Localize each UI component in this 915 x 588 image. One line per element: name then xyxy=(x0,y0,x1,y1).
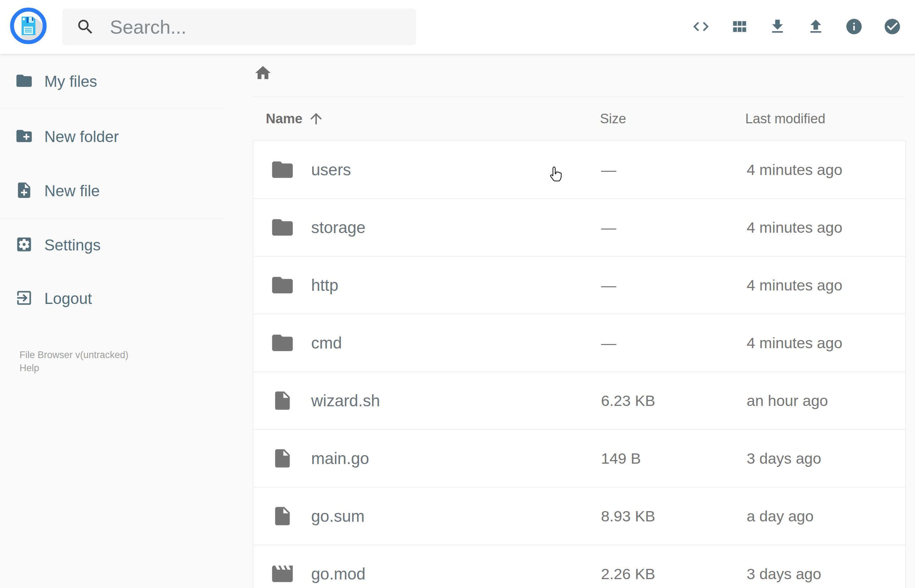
download-icon xyxy=(768,17,787,36)
file-size: 6.23 KB xyxy=(601,392,655,409)
file-list: users — 4 minutes ago storage — 4 minute… xyxy=(253,141,906,588)
sort-ascending-arrow-icon[interactable] xyxy=(307,110,325,127)
folder-icon xyxy=(15,71,33,91)
file-icon xyxy=(272,389,293,412)
upload-button[interactable] xyxy=(807,17,825,36)
sidebar-item-label: New file xyxy=(44,182,100,200)
file-modified: a day ago xyxy=(747,507,814,525)
column-header-size[interactable]: Size xyxy=(600,111,626,126)
shell-button[interactable] xyxy=(692,17,710,36)
code-icon xyxy=(692,17,710,36)
column-header-name[interactable]: Name xyxy=(266,111,302,126)
app-version-text: File Browser v(untracked) xyxy=(19,349,129,362)
search-placeholder: Search... xyxy=(110,16,186,38)
grid-view-icon xyxy=(730,17,748,36)
file-list-row[interactable]: main.go 149 B 3 days ago xyxy=(253,430,905,488)
file-modified: 4 minutes ago xyxy=(747,334,842,352)
sidebar-item-label: Settings xyxy=(44,236,101,254)
file-name: users xyxy=(311,160,351,179)
sidebar-item-settings[interactable]: Settings xyxy=(15,228,101,262)
info-icon xyxy=(845,17,863,36)
logout-icon xyxy=(15,289,33,309)
file-list-row[interactable]: users — 4 minutes ago xyxy=(253,141,905,199)
switch-view-button[interactable] xyxy=(730,17,748,36)
file-plus-icon xyxy=(15,181,33,201)
sidebar: My files New folder New file Settings Lo… xyxy=(0,54,225,588)
help-link[interactable]: Help xyxy=(19,362,129,375)
floppy-disk-logo-icon xyxy=(10,39,47,45)
info-button[interactable] xyxy=(845,17,863,36)
check-circle-icon xyxy=(883,17,902,36)
file-size: 149 B xyxy=(601,450,641,467)
sidebar-footer: File Browser v(untracked) Help xyxy=(19,349,129,375)
folder-icon xyxy=(270,215,295,240)
folder-icon xyxy=(270,157,295,182)
file-type-icon xyxy=(270,561,295,586)
file-name: go.sum xyxy=(311,507,365,526)
sidebar-item-my-files[interactable]: My files xyxy=(15,65,97,99)
gear-icon xyxy=(15,235,33,255)
breadcrumb-home-button[interactable] xyxy=(254,64,272,82)
file-size: 2.26 KB xyxy=(601,565,655,583)
folder-icon xyxy=(270,273,295,297)
file-size: — xyxy=(601,277,616,294)
header-divider xyxy=(253,97,905,97)
file-type-icon xyxy=(270,503,295,529)
file-size: — xyxy=(601,161,616,179)
file-type-icon xyxy=(270,215,295,240)
sidebar-item-label: My files xyxy=(44,73,97,90)
download-button[interactable] xyxy=(768,17,787,36)
file-list-row[interactable]: storage — 4 minutes ago xyxy=(253,199,905,257)
folder-plus-icon xyxy=(15,127,33,147)
file-name: storage xyxy=(311,218,365,237)
sidebar-item-logout[interactable]: Logout xyxy=(15,282,92,316)
column-header-last-modified[interactable]: Last modified xyxy=(745,111,825,126)
folder-icon xyxy=(270,331,295,355)
file-modified: an hour ago xyxy=(747,392,828,409)
file-name: go.mod xyxy=(311,564,365,583)
file-type-icon xyxy=(270,388,295,414)
file-name: http xyxy=(311,276,338,295)
sidebar-item-label: New folder xyxy=(44,128,119,145)
file-list-row[interactable]: go.mod 2.26 KB 3 days ago xyxy=(253,545,905,588)
upload-icon xyxy=(807,17,825,36)
file-type-icon xyxy=(270,272,295,298)
select-multiple-button[interactable] xyxy=(883,17,902,36)
file-name: main.go xyxy=(311,449,369,468)
search-input[interactable]: Search... xyxy=(62,8,416,45)
file-icon xyxy=(272,505,293,527)
file-type-icon xyxy=(270,157,295,183)
sidebar-divider xyxy=(0,108,225,108)
file-icon xyxy=(272,447,293,469)
file-list-row[interactable]: http — 4 minutes ago xyxy=(253,257,905,314)
movie-icon xyxy=(270,561,295,586)
file-modified: 3 days ago xyxy=(747,565,821,583)
file-modified: 4 minutes ago xyxy=(747,277,842,294)
file-type-icon xyxy=(270,446,295,471)
file-modified: 4 minutes ago xyxy=(747,161,842,179)
file-size: — xyxy=(601,219,616,236)
search-icon xyxy=(76,17,95,37)
file-size: — xyxy=(601,334,616,352)
home-icon xyxy=(254,77,272,83)
sidebar-item-new-file[interactable]: New file xyxy=(15,174,100,208)
file-name: wizard.sh xyxy=(311,391,380,410)
file-list-row[interactable]: go.sum 8.93 KB a day ago xyxy=(253,488,905,545)
file-type-icon xyxy=(270,330,295,355)
file-modified: 3 days ago xyxy=(747,450,821,467)
file-modified: 4 minutes ago xyxy=(747,219,842,236)
file-size: 8.93 KB xyxy=(601,507,655,525)
file-browser-logo[interactable] xyxy=(10,7,47,44)
sidebar-item-new-folder[interactable]: New folder xyxy=(15,120,119,154)
sidebar-item-label: Logout xyxy=(44,290,92,307)
top-bar: Search... xyxy=(0,0,915,54)
file-list-row[interactable]: wizard.sh 6.23 KB an hour ago xyxy=(253,372,905,430)
file-name: cmd xyxy=(311,333,342,352)
file-list-row[interactable]: cmd — 4 minutes ago xyxy=(253,314,905,372)
